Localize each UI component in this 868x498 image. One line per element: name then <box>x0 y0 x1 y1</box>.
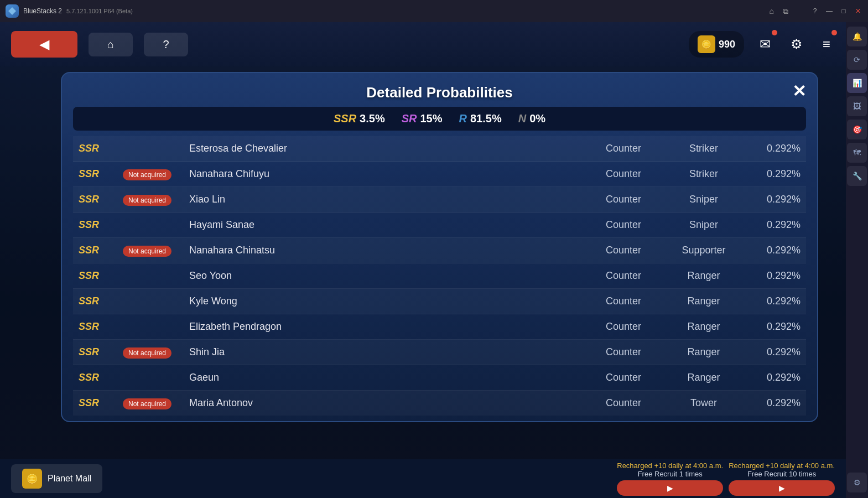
title-bar-left: BlueStacks 2 5.7.121.1001 P64 (Beta) <box>6 4 133 18</box>
table-row: SSR Not acquired Shin Jia Counter Ranger… <box>73 340 806 365</box>
not-acquired-badge: Not acquired <box>123 246 171 257</box>
modal-close-button[interactable]: ✕ <box>792 81 806 101</box>
side-btn-4[interactable]: 🖼 <box>847 96 867 116</box>
name-cell: Nanahara Chifuyu <box>189 168 585 180</box>
currency-icon: 🪙 <box>698 35 715 53</box>
rarity-cell: SSR <box>79 245 123 256</box>
rarity-cell: SSR <box>79 372 123 383</box>
role-cell: Ranger <box>662 346 745 358</box>
rarity-badge: SSR <box>79 321 99 332</box>
side-btn-6[interactable]: 🗺 <box>847 143 867 163</box>
r-pct: 81.5% <box>470 112 502 125</box>
prob-cell: 0.292% <box>745 219 801 231</box>
svg-marker-0 <box>8 7 16 15</box>
minimize-button[interactable]: — <box>825 7 834 15</box>
faction-cell: Counter <box>585 397 662 409</box>
name-cell: Elizabeth Pendragon <box>189 321 585 333</box>
settings-button[interactable]: ⚙ <box>786 32 807 56</box>
modal-title: Detailed Probabilities <box>366 84 512 101</box>
side-btn-2[interactable]: ⟳ <box>847 50 867 70</box>
side-btn-7[interactable]: 🔧 <box>847 166 867 186</box>
rarity-badge: SSR <box>79 219 99 230</box>
help-icon[interactable]: ? <box>810 7 819 15</box>
role-cell: Striker <box>662 143 745 154</box>
prob-cell: 0.292% <box>745 372 801 383</box>
menu-button[interactable]: ≡ <box>818 32 835 56</box>
not-acquired-badge: Not acquired <box>123 347 171 359</box>
menu-badge <box>831 30 837 35</box>
prob-cell: 0.292% <box>745 245 801 256</box>
rarity-badge: SSR <box>79 168 99 179</box>
faction-cell: Counter <box>585 219 662 231</box>
role-cell: Sniper <box>662 219 745 231</box>
side-btn-5[interactable]: 🎯 <box>847 120 867 139</box>
faction-cell: Counter <box>585 168 662 180</box>
prob-sr: SR 15% <box>402 112 443 125</box>
faction-cell: Counter <box>585 372 662 383</box>
table-row: SSR Hayami Sanae Counter Sniper 0.292% <box>73 212 806 238</box>
maximize-button[interactable]: □ <box>839 7 848 15</box>
status-cell: Not acquired <box>123 246 189 256</box>
rarity-badge: SSR <box>79 143 99 154</box>
window-controls: ? — □ ✕ <box>810 7 862 15</box>
app-version: 5.7.121.1001 P64 (Beta) <box>66 8 133 14</box>
status-cell: Not acquired <box>123 169 189 179</box>
name-cell: Esterosa de Chevalier <box>189 143 585 154</box>
name-cell: Shin Jia <box>189 346 585 358</box>
role-cell: Supporter <box>662 245 745 256</box>
home-nav-icon[interactable]: ⌂ <box>770 7 774 15</box>
faction-cell: Counter <box>585 270 662 282</box>
name-cell: Nanahara Chinatsu <box>189 245 585 256</box>
bottom-bar: 🪙 Planet Mall Recharged +10 daily at 4:0… <box>0 459 846 498</box>
planet-mall-button[interactable]: 🪙 Planet Mall <box>11 464 102 493</box>
game-background: ◀ ⌂ ? 🪙 990 ✉ ⚙ ≡ 🪙 Planet Mall <box>0 22 846 498</box>
name-cell: Gaeun <box>189 372 585 383</box>
prob-cell: 0.292% <box>745 194 801 205</box>
title-bar: BlueStacks 2 5.7.121.1001 P64 (Beta) ⌂ ⧉… <box>0 0 868 22</box>
close-button[interactable]: ✕ <box>854 7 862 15</box>
recruit1-button[interactable]: ▶ <box>617 480 723 496</box>
role-cell: Striker <box>662 168 745 180</box>
prob-cell: 0.292% <box>745 270 801 282</box>
prob-cell: 0.292% <box>745 397 801 409</box>
r-label: R <box>459 112 467 125</box>
side-btn-1[interactable]: 🔔 <box>847 27 867 46</box>
planet-mall-label: Planet Mall <box>48 474 91 484</box>
side-btn-3[interactable]: 📊 <box>847 73 867 93</box>
help-button[interactable]: ? <box>144 33 188 56</box>
tabs-icon[interactable]: ⧉ <box>783 7 788 16</box>
name-cell: Xiao Lin <box>189 194 585 205</box>
ssr-label: SSR <box>334 112 356 125</box>
prob-n: N 0% <box>518 112 545 125</box>
table-row: SSR Elizabeth Pendragon Counter Ranger 0… <box>73 314 806 340</box>
side-btn-settings[interactable]: ⚙ <box>847 473 867 492</box>
recruit1-subtext: Free Recruit 1 times <box>617 470 723 478</box>
prob-cell: 0.292% <box>745 346 801 358</box>
detailed-probabilities-modal: Detailed Probabilities ✕ SSR 3.5% SR 15%… <box>61 72 818 422</box>
recruit10-button[interactable]: ▶ <box>729 480 835 496</box>
status-cell: Not acquired <box>123 398 189 408</box>
role-cell: Tower <box>662 397 745 409</box>
planet-mall-icon: 🪙 <box>22 469 42 489</box>
role-cell: Ranger <box>662 372 745 383</box>
ssr-pct: 3.5% <box>360 112 385 125</box>
home-button[interactable]: ⌂ <box>89 33 133 56</box>
table-row: SSR Not acquired Xiao Lin Counter Sniper… <box>73 187 806 212</box>
faction-cell: Counter <box>585 143 662 154</box>
back-button[interactable]: ◀ <box>11 31 77 58</box>
title-bar-icons: ⌂ ⧉ <box>770 7 788 16</box>
role-cell: Sniper <box>662 194 745 205</box>
recruit10-subtext: Free Recruit 10 times <box>729 470 835 478</box>
probability-table: SSR Esterosa de Chevalier Counter Strike… <box>62 136 817 421</box>
rarity-cell: SSR <box>79 346 123 358</box>
prob-r: R 81.5% <box>459 112 502 125</box>
faction-cell: Counter <box>585 245 662 256</box>
side-toolbar: 🔔 ⟳ 📊 🖼 🎯 🗺 🔧 ⚙ <box>846 22 868 498</box>
mail-button[interactable]: ✉ <box>755 32 775 56</box>
rarity-badge: SSR <box>79 295 99 307</box>
status-cell: Not acquired <box>123 347 189 357</box>
game-nav: ◀ ⌂ ? 🪙 990 ✉ ⚙ ≡ <box>0 22 846 66</box>
sr-pct: 15% <box>420 112 442 125</box>
currency-amount: 990 <box>719 39 735 50</box>
role-cell: Ranger <box>662 321 745 333</box>
